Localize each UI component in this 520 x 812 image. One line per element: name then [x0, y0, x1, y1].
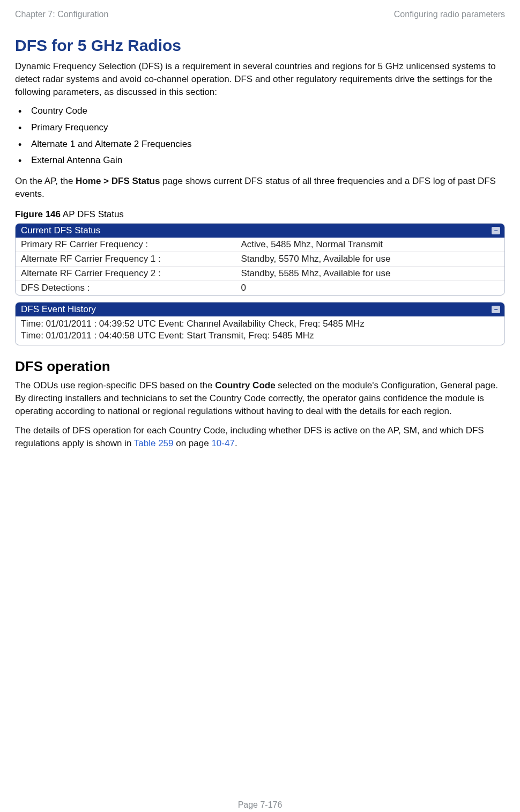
page-crossref-link[interactable]: 10-47 — [211, 438, 234, 448]
status-label: Alternate RF Carrier Frequency 2 : — [16, 266, 235, 280]
table-row: Alternate RF Carrier Frequency 1 : Stand… — [16, 252, 504, 266]
table-row: DFS Detections : 0 — [16, 280, 504, 295]
collapse-icon[interactable]: − — [492, 306, 500, 313]
panel-header: Current DFS Status − — [16, 224, 504, 238]
status-label: Primary RF Carrier Frequency : — [16, 238, 235, 252]
page-footer: Page 7-176 — [0, 800, 520, 810]
status-value: Active, 5485 Mhz, Normal Transmit — [235, 238, 504, 252]
page-title: DFS for 5 GHz Radios — [15, 36, 505, 55]
parameter-list: Country Code Primary Frequency Alternate… — [15, 105, 505, 167]
country-code-mention: Country Code — [215, 380, 275, 390]
panel-title: DFS Event History — [21, 304, 96, 315]
table-row: Primary RF Carrier Frequency : Active, 5… — [16, 238, 504, 252]
list-item: Primary Frequency — [15, 121, 505, 135]
dfs-status-table: Primary RF Carrier Frequency : Active, 5… — [16, 238, 504, 295]
status-label: Alternate RF Carrier Frequency 1 : — [16, 252, 235, 266]
breadcrumb-mention: Home > DFS Status — [76, 176, 160, 186]
current-dfs-status-panel: Current DFS Status − Primary RF Carrier … — [15, 223, 505, 296]
section-heading: DFS operation — [15, 358, 505, 375]
dfs-event-history-panel: DFS Event History − Time: 01/01/2011 : 0… — [15, 302, 505, 346]
dfs-status-paragraph: On the AP, the Home > DFS Status page sh… — [15, 175, 505, 201]
figure-title: AP DFS Status — [61, 209, 124, 219]
intro-paragraph: Dynamic Frequency Selection (DFS) is a r… — [15, 60, 505, 98]
table-row: Alternate RF Carrier Frequency 2 : Stand… — [16, 266, 504, 280]
page-running-header: Chapter 7: Configuration Configuring rad… — [15, 10, 505, 19]
table-crossref-link[interactable]: Table 259 — [134, 438, 174, 448]
panel-title: Current DFS Status — [21, 225, 100, 236]
figure-number: Figure 146 — [15, 209, 61, 219]
list-item: Alternate 1 and Alternate 2 Frequencies — [15, 138, 505, 151]
panel-header: DFS Event History − — [16, 302, 504, 316]
event-history-body: Time: 01/01/2011 : 04:39:52 UTC Event: C… — [16, 316, 504, 345]
status-label: DFS Detections : — [16, 280, 235, 295]
event-entry: Time: 01/01/2011 : 04:40:58 UTC Event: S… — [21, 330, 499, 342]
chapter-label: Chapter 7: Configuration — [15, 10, 108, 19]
status-value: Standby, 5585 Mhz, Available for use — [235, 266, 504, 280]
dfs-operation-paragraph-2: The details of DFS operation for each Co… — [15, 424, 505, 450]
event-entry: Time: 01/01/2011 : 04:39:52 UTC Event: C… — [21, 318, 499, 330]
section-label: Configuring radio parameters — [394, 10, 505, 19]
dfs-operation-paragraph-1: The ODUs use region-specific DFS based o… — [15, 379, 505, 417]
collapse-icon[interactable]: − — [492, 227, 500, 234]
list-item: Country Code — [15, 105, 505, 118]
list-item: External Antenna Gain — [15, 154, 505, 167]
figure-caption: Figure 146 AP DFS Status — [15, 209, 505, 220]
status-value: Standby, 5570 Mhz, Available for use — [235, 252, 504, 266]
status-value: 0 — [235, 280, 504, 295]
